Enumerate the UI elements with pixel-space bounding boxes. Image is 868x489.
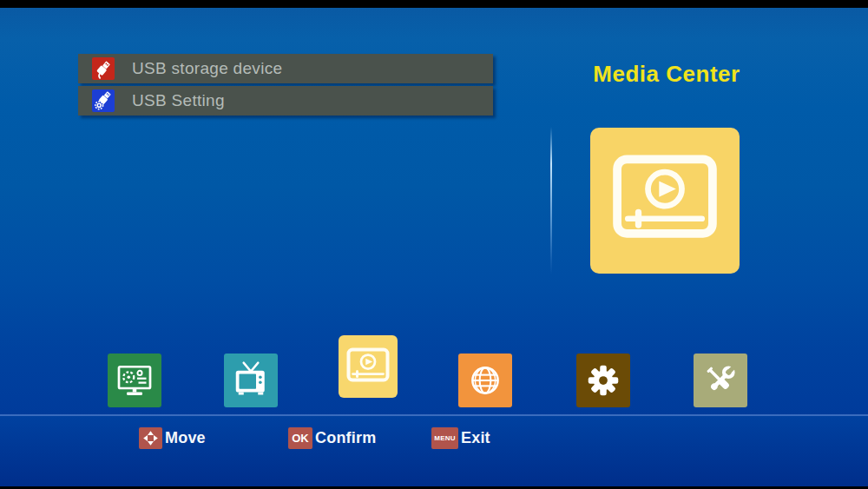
monitor-settings-icon [114,360,155,401]
top-letterbox-bar [0,0,868,8]
usb-setting-icon [92,89,115,112]
media-center-screen: USB storage device USB Setting Media Cen… [0,0,868,489]
vertical-separator [550,127,552,274]
menu-item-label: USB storage device [132,59,282,78]
page-title: Media Center [556,61,778,88]
media-player-icon [346,347,390,387]
menu-item-usb-setting[interactable]: USB Setting [78,86,493,116]
dpad-arrows-icon [139,427,162,449]
nav-tile-system-settings[interactable] [108,354,161,407]
hint-move-label: Move [165,427,206,449]
tv-icon [230,360,272,401]
menu-item-label: USB Setting [132,91,225,110]
nav-tile-tv[interactable] [224,354,278,407]
media-center-preview-tile [590,128,740,274]
nav-tile-settings[interactable] [576,354,630,407]
nav-tile-network[interactable] [458,354,512,407]
menu-item-usb-storage[interactable]: USB storage device [78,54,493,83]
media-player-icon [612,154,718,248]
usb-storage-icon [92,57,115,80]
tools-icon [700,360,741,401]
hint-confirm-label: Confirm [315,427,376,449]
ok-button-badge: OK [288,427,312,449]
nav-tile-media-center-selected[interactable] [339,335,398,398]
gear-icon [582,360,624,401]
nav-tile-tools[interactable] [694,354,747,407]
hint-exit-label: Exit [461,427,490,449]
usb-menu-list: USB storage device USB Setting [78,54,493,118]
menu-button-badge: MENU [431,427,458,449]
globe-icon [464,360,506,401]
